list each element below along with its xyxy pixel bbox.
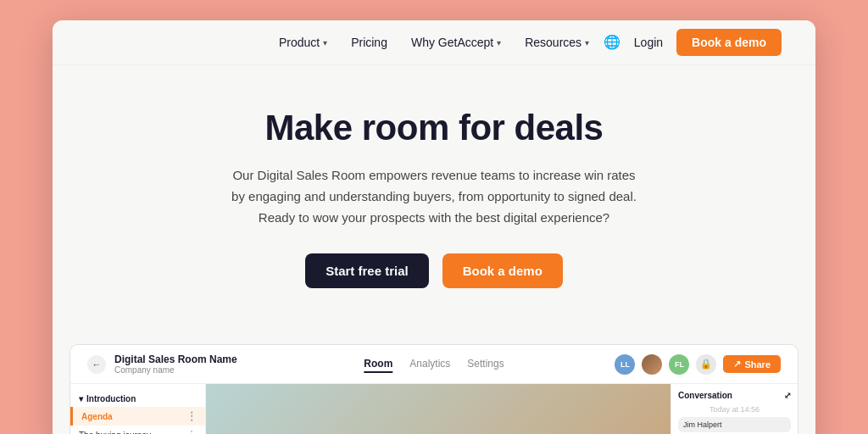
app-topbar-inner: ← Digital Sales Room Name Company name R…	[87, 353, 781, 375]
nav-links: Product ▾ Pricing Why GetAccept ▾ Resour…	[279, 36, 589, 49]
sidebar-dots-icon: ⋮	[186, 410, 197, 422]
navbar: Product ▾ Pricing Why GetAccept ▾ Resour…	[53, 20, 815, 65]
tab-analytics[interactable]: Analytics	[409, 356, 450, 373]
sidebar-item-label: The buying journey	[79, 431, 151, 434]
share-button[interactable]: ↗ Share	[723, 355, 781, 373]
nav-product[interactable]: Product ▾	[279, 36, 327, 49]
share-label: Share	[744, 359, 771, 370]
login-link[interactable]: Login	[634, 36, 663, 49]
lock-icon[interactable]: 🔒	[696, 354, 716, 375]
book-demo-button[interactable]: Book a demo	[676, 29, 782, 56]
avatar-ll: LL	[615, 354, 635, 375]
product-chevron-icon: ▾	[323, 38, 327, 47]
sidebar-dots-icon: ⋮	[186, 429, 197, 434]
app-back-button[interactable]: ←	[87, 355, 106, 374]
app-preview: ← Digital Sales Room Name Company name R…	[70, 344, 798, 434]
app-actions: LL FL 🔒 ↗ Share	[615, 354, 781, 375]
tab-room[interactable]: Room	[364, 356, 392, 373]
sidebar-collapse-icon: ▾	[79, 394, 83, 403]
tab-settings[interactable]: Settings	[467, 356, 504, 373]
nav-resources-label: Resources	[525, 36, 581, 49]
globe-icon[interactable]: 🌐	[604, 34, 620, 51]
nav-pricing[interactable]: Pricing	[351, 36, 387, 49]
app-tabs: Room Analytics Settings	[364, 356, 504, 373]
nav-pricing-label: Pricing	[351, 36, 387, 49]
nav-product-label: Product	[279, 36, 320, 49]
hero-book-demo-button[interactable]: Book a demo	[442, 253, 563, 288]
sidebar-section-header: ▾ Introduction	[70, 391, 205, 407]
nav-why-getaccept[interactable]: Why GetAccept ▾	[411, 36, 501, 49]
nav-resources[interactable]: Resources ▾	[525, 36, 589, 49]
app-sidebar: ▾ Introduction Agenda ⋮ The buying journ…	[70, 384, 206, 434]
hero-section: Make room for deals Our Digital Sales Ro…	[53, 65, 815, 344]
chat-bubble: Jim Halpert	[678, 417, 791, 432]
app-main-content	[206, 384, 670, 434]
hero-subtitle: Our Digital Sales Room empowers revenue …	[231, 165, 637, 228]
sidebar-item-buying-journey[interactable]: The buying journey ⋮	[70, 426, 205, 434]
sidebar-section-label: Introduction	[86, 394, 136, 403]
chat-time: Today at 14:56	[678, 405, 791, 414]
sidebar-item-agenda[interactable]: Agenda ⋮	[70, 407, 205, 426]
conversation-panel-title: Conversation ⤢	[678, 391, 791, 400]
browser-window: Product ▾ Pricing Why GetAccept ▾ Resour…	[53, 20, 815, 434]
avatar-fl: FL	[669, 354, 689, 375]
app-topbar: ← Digital Sales Room Name Company name R…	[70, 345, 798, 384]
nav-right: 🌐 Login Book a demo	[604, 29, 782, 56]
resources-chevron-icon: ▾	[585, 38, 589, 47]
nav-why-label: Why GetAccept	[411, 36, 493, 49]
app-right-panel: Conversation ⤢ Today at 14:56 Jim Halper…	[670, 384, 798, 434]
hero-title: Make room for deals	[86, 108, 782, 148]
share-icon: ↗	[733, 359, 741, 370]
why-chevron-icon: ▾	[497, 38, 501, 47]
expand-icon[interactable]: ⤢	[784, 391, 791, 400]
avatar-photo	[642, 354, 662, 375]
start-trial-button[interactable]: Start free trial	[305, 253, 429, 288]
sidebar-item-label: Agenda	[81, 412, 113, 421]
app-body: ▾ Introduction Agenda ⋮ The buying journ…	[70, 384, 798, 434]
hero-buttons: Start free trial Book a demo	[86, 253, 782, 288]
conversation-label: Conversation	[678, 391, 732, 400]
